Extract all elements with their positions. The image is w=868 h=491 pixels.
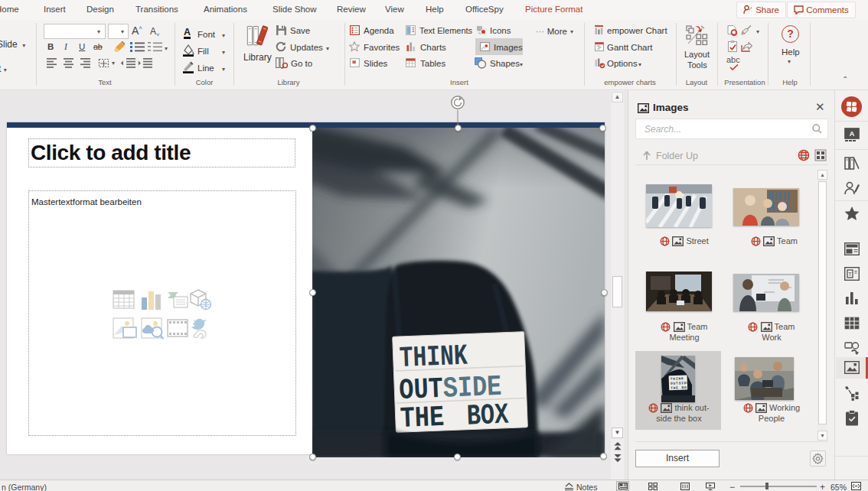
svg-text:T: T	[848, 271, 852, 278]
svg-text:THINK: THINK	[399, 340, 468, 375]
svg-text:THE: THE	[400, 401, 445, 435]
svg-text:THE BOX: THE BOX	[671, 385, 690, 390]
svg-text:OUTSIDE: OUTSIDE	[671, 381, 690, 385]
svg-text:A: A	[850, 130, 855, 138]
svg-text:THINK: THINK	[671, 376, 684, 381]
svg-text:BOX: BOX	[466, 398, 510, 433]
